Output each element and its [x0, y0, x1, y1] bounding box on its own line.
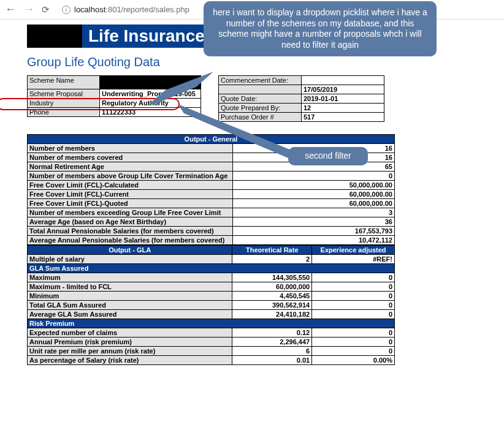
max-v1: 144,305,550 [232, 273, 312, 282]
tot-gla-v2: 0 [312, 301, 395, 310]
scheme-proposal-label: Scheme Proposal [28, 89, 100, 99]
tot-gla-v1: 390,562,914 [232, 301, 312, 310]
logo-redacted [27, 25, 82, 48]
back-button[interactable]: ← [5, 3, 16, 16]
exp-claims-label: Expected number of claims [28, 328, 232, 338]
above-term-label: Number of members above Group Life Cover… [28, 172, 233, 181]
purchase-order-label: Purchase Order # [219, 113, 302, 122]
tot-sal-label: Total Annual Pensionable Salaries (for m… [28, 227, 233, 236]
risk-premium-header: Risk Premium [28, 319, 395, 328]
pct-sal-v1: 0.01 [232, 356, 312, 365]
exp-claims-v2: 0 [312, 328, 395, 338]
mult-salary-v2: #REF! [312, 255, 395, 264]
phone-value: 111222333 [100, 108, 201, 117]
address-bar[interactable]: i localhost:801/reported/sales.php [62, 5, 189, 14]
above-term-value: 0 [233, 172, 395, 181]
url-text: localhost:801/reported/sales.php [74, 5, 189, 14]
ann-prem-v2: 0 [312, 338, 395, 347]
experience-adjusted-header: Experience adjusted [312, 246, 395, 255]
num-covered-label: Number of members covered [28, 153, 233, 162]
fcl-quot-label: Free Cover Limit (FCL)-Quoted [28, 199, 233, 208]
ann-prem-label: Annual Premium (risk premium) [28, 338, 232, 347]
quote-info-table: Commencement Date: 17/05/2019 Quote Date… [218, 75, 384, 122]
max-v2: 0 [312, 273, 395, 282]
ann-prem-v1: 2,296,447 [232, 338, 312, 347]
page-title: Group Life Quoting Data [27, 55, 497, 69]
output-gla-header: Output - GLA [28, 246, 232, 255]
avg-age-value: 36 [233, 217, 395, 227]
site-info-icon[interactable]: i [62, 6, 71, 14]
commencement-date-value [302, 76, 384, 85]
avg-sal-label: Average Annual Pensionable Salaries (for… [28, 236, 233, 245]
max-fcl-v1: 60,000,000 [232, 282, 312, 292]
exp-claims-v1: 0.12 [232, 328, 312, 338]
num-members-label: Number of members [28, 144, 233, 153]
mult-salary-label: Multiple of salary [28, 255, 232, 264]
purchase-order-value: 517 [302, 113, 384, 122]
max-fcl-v2: 0 [312, 282, 395, 292]
report-section: Output - General Number of members16 Num… [27, 134, 395, 365]
output-general-header: Output - General [28, 135, 395, 144]
tot-sal-value: 167,553,793 [233, 227, 395, 236]
fcl-calc-label: Free Cover Limit (FCL)-Calculated [28, 181, 233, 190]
theoretical-rate-header: Theoretical Rate [232, 246, 312, 255]
avg-gla-label: Average GLA Sum Assured [28, 310, 232, 319]
industry-label: Industry [28, 99, 100, 108]
reload-button[interactable]: ⟳ [42, 4, 50, 15]
max-fcl-label: Maximum - limited to FCL [28, 282, 232, 292]
pct-sal-v2: 0.00% [312, 356, 395, 365]
max-label: Maximum [28, 273, 232, 282]
unit-rate-v2: 0 [312, 347, 395, 356]
quote-date-value: 2019-01-01 [302, 94, 384, 104]
fcl-curr-label: Free Cover Limit (FCL)-Current [28, 190, 233, 199]
exceed-fcl-label: Number of members exceeding Group Life F… [28, 208, 233, 217]
scheme-proposal-value: Underwriting_Prop-01-19-005 [100, 89, 201, 99]
annotation-callout-main: here i want to display a dropdown pickli… [204, 1, 437, 56]
fcl-quot-value: 60,000,000.00 [233, 199, 395, 208]
pct-sal-label: As percentage of Salary (risk rate) [28, 356, 232, 365]
min-v1: 4,450,545 [232, 292, 312, 301]
gla-sum-assured-header: GLA Sum Assured [28, 264, 395, 273]
commencement-date-label: Commencement Date: [219, 76, 302, 85]
annotation-callout-second: second filter [288, 147, 368, 165]
industry-value: Regulatory Authority [100, 99, 201, 108]
forward-button[interactable]: → [23, 3, 34, 16]
commencement-date-value-2: 17/05/2019 [302, 85, 384, 94]
header-title: Life Insurance [82, 25, 211, 48]
fcl-calc-value: 50,000,000.00 [233, 181, 395, 190]
prepared-by-value: 12 [302, 104, 384, 113]
scheme-name-value [100, 76, 201, 89]
retire-age-label: Normal Retirement Age [28, 162, 233, 172]
tot-gla-label: Total GLA Sum Assured [28, 301, 232, 310]
min-v2: 0 [312, 292, 395, 301]
quote-date-label: Quote Date: [219, 94, 302, 104]
min-label: Minimum [28, 292, 232, 301]
mult-salary-v1: 2 [232, 255, 312, 264]
avg-sal-value: 10,472,112 [233, 236, 395, 245]
avg-age-label: Average Age (based on Age Next Birthday) [28, 217, 233, 227]
fcl-curr-value: 60,000,000.00 [233, 190, 395, 199]
exceed-fcl-value: 3 [233, 208, 395, 217]
prepared-by-label: Quote Prepared By: [219, 104, 302, 113]
scheme-name-label: Scheme Name [28, 76, 100, 89]
scheme-info-table: Scheme Name Scheme Proposal Underwriting… [27, 75, 201, 117]
unit-rate-v1: 6 [232, 347, 312, 356]
avg-gla-v2: 0 [312, 310, 395, 319]
phone-label: Phone [28, 108, 100, 117]
avg-gla-v1: 24,410,182 [232, 310, 312, 319]
unit-rate-label: Unit rate per mille per annum (risk rate… [28, 347, 232, 356]
